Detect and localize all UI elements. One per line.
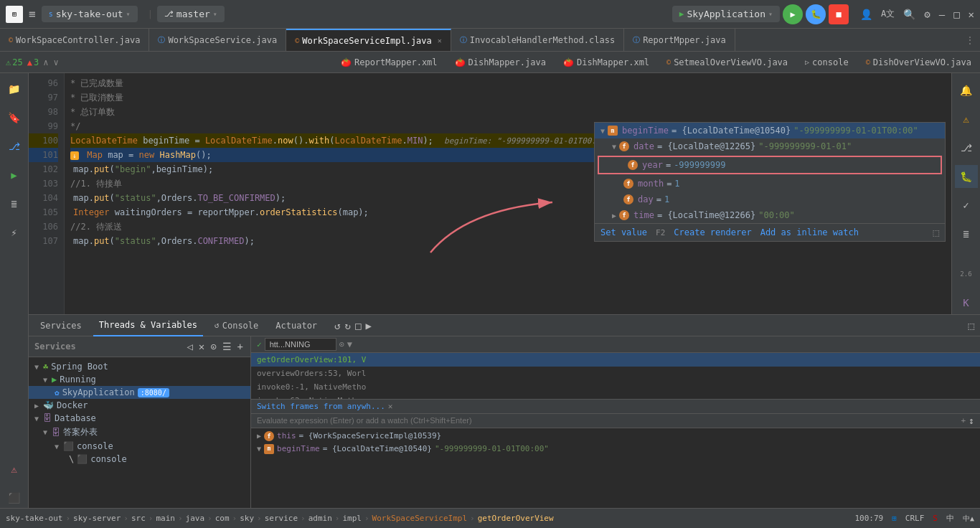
tab2-report-mapper[interactable]: 🍅 ReportMapper.xml [332, 52, 446, 73]
tab2-dish-over[interactable]: © DishOverViewVO.java [857, 52, 980, 73]
structure-icon[interactable]: ≣ [4, 194, 24, 214]
debug-button[interactable]: 🐛 [806, 4, 826, 24]
services-tree-console-db[interactable]: ▼ ⬛ console [29, 440, 250, 453]
debug-sidebar-icon[interactable]: 🐛 [955, 165, 978, 188]
run-debug-icon[interactable]: ▶ [4, 165, 24, 185]
breadcrumb-item-method[interactable]: getOrderOverView [478, 514, 554, 523]
debug-year-item[interactable]: f year = -999999999 [598, 156, 942, 174]
project-icon[interactable]: 📁 [4, 79, 24, 99]
services-tree-docker[interactable]: ▶ 🐳 Docker [29, 399, 250, 412]
debug-month-item[interactable]: f month = 1 [595, 176, 945, 192]
tab-invocable-handler[interactable]: ⓘ InvocableHandlerMethod.class [451, 29, 624, 52]
breadcrumb-item-class[interactable]: WorkSpaceServiceImpl [372, 514, 467, 523]
hamburger-menu[interactable]: ≡ [29, 7, 36, 21]
maximize-panel-icon[interactable]: ⬚ [969, 320, 974, 331]
tab-workspace-controller[interactable]: © WorkSpaceController.java [0, 29, 149, 52]
tab-workspace-service-impl[interactable]: © WorkSpaceServiceImpl.java ✕ [286, 29, 451, 52]
debug-time-item[interactable]: ▶ f time = {LocalTime@12266} "00:00" [595, 207, 945, 223]
input-lang[interactable]: 中 [946, 513, 954, 524]
services-tree-console-2[interactable]: \ ⬛ console [29, 453, 250, 466]
terminal-icon[interactable]: ⬛ [4, 488, 24, 508]
frames-sort-icon[interactable]: ▼ [347, 339, 352, 349]
actuator-tab[interactable]: Actuator [270, 315, 323, 336]
error-icon[interactable]: ⚠ [4, 459, 24, 479]
kotlin-icon[interactable]: K [955, 291, 978, 314]
add-inline-watch-button[interactable]: Add as inline watch [760, 227, 859, 237]
var-begintime[interactable]: ▼ m beginTime = {LocalDateTime@10540} "-… [251, 443, 980, 456]
code-editor[interactable]: 96 97 98 99 100 101 102 103 104 105 106 … [29, 73, 951, 314]
tabs-overflow-menu[interactable]: ⋮ [960, 35, 980, 45]
run-button[interactable]: ▶ [783, 4, 803, 24]
breadcrumb-item-server[interactable]: sky-server [73, 514, 121, 523]
translate-icon[interactable]: A文 [881, 8, 895, 20]
breadcrumb-item-admin[interactable]: admin [308, 514, 332, 523]
services-close-icon[interactable]: ✕ [197, 339, 206, 354]
resume-icon[interactable]: ▶ [365, 320, 371, 331]
search-icon[interactable]: 🔍 [903, 9, 915, 20]
problems-icon[interactable]: ⚠ [955, 108, 978, 131]
structure-right-icon[interactable]: ≣ [955, 222, 978, 245]
stop-button[interactable]: ■ [829, 4, 849, 24]
breadcrumb-item-service[interactable]: service [265, 514, 298, 523]
tab2-dish-mapper-java[interactable]: 🍅 DishMapper.java [446, 52, 555, 73]
eval-expression-input[interactable] [257, 416, 956, 425]
git-icon[interactable]: ⎇ [4, 136, 24, 156]
breadcrumb-item-java[interactable]: java [186, 514, 205, 523]
services-tree-skyapp[interactable]: ✿ SkyApplication :8080/ [29, 386, 250, 399]
tab2-setmeal[interactable]: © SetmealOverViewVO.java [658, 52, 796, 73]
line-endings[interactable]: CRLF [905, 514, 925, 523]
threads-variables-tab[interactable]: Threads & Variables [93, 315, 203, 336]
debug-day-item[interactable]: f day = 1 [595, 192, 945, 207]
set-value-button[interactable]: Set value [600, 227, 647, 237]
expand-debug-icon[interactable]: ⬚ [933, 227, 939, 238]
account-icon[interactable]: 👤 [860, 9, 872, 20]
breadcrumb-item-impl[interactable]: impl [342, 514, 362, 523]
todo-icon[interactable]: ✓ [955, 194, 978, 217]
forward-icon[interactable]: ↻ [345, 320, 351, 331]
services-tab[interactable]: Services [34, 315, 88, 336]
breadcrumb-item-project[interactable]: sky-take-out [6, 514, 62, 523]
frame-item-3[interactable]: invoke0:-1, NativeMetho [251, 380, 980, 394]
maximize-button[interactable]: □ [953, 9, 959, 20]
console-tab[interactable]: ↺ Console [209, 315, 264, 336]
notifications-icon[interactable]: 🔔 [955, 79, 978, 102]
tab2-console[interactable]: ▷ console [796, 52, 857, 73]
bookmark-icon[interactable]: 🔖 [4, 108, 24, 128]
close-button[interactable]: ✕ [969, 9, 974, 20]
breadcrumb-item-main[interactable]: main [156, 514, 175, 523]
branch-selector[interactable]: ⎇ master ▾ [157, 6, 225, 22]
filter-icon[interactable]: ⊙ [339, 339, 344, 349]
debug-root-item[interactable]: ▼ m beginTime = {LocalDateTime@10540} "-… [595, 123, 945, 138]
var-this[interactable]: ▶ f this = {WorkSpaceServiceImpl@10539} [251, 430, 980, 443]
services-collapse-icon[interactable]: ◁ [185, 339, 194, 354]
services-add-icon[interactable]: + [236, 339, 245, 354]
project-selector[interactable]: s sky-take-out ▾ [42, 6, 138, 22]
vars-expand-icon[interactable]: ↕ [969, 415, 974, 426]
restore-icon[interactable]: ↺ [334, 320, 340, 331]
switch-frames-close[interactable]: ✕ [388, 402, 393, 411]
frames-icon[interactable]: □ [355, 320, 361, 331]
services-tree-spring[interactable]: ▼ ☘ Spring Boot [29, 360, 250, 373]
switch-frames-link[interactable]: Switch frames from anywh... [257, 402, 385, 411]
breadcrumb-item-com[interactable]: com [215, 514, 230, 523]
breadcrumb-item-src[interactable]: src [131, 514, 146, 523]
run-config-selector[interactable]: ▶ SkyApplication ▾ [672, 6, 780, 22]
services-filter-icon[interactable]: ⊙ [209, 339, 217, 354]
minimize-button[interactable]: — [939, 9, 945, 20]
eval-add-icon[interactable]: + [961, 416, 966, 425]
plugins-icon[interactable]: ⚡ [4, 222, 24, 242]
services-group-icon[interactable]: ☰ [221, 339, 233, 354]
services-tree-answerdb[interactable]: ▼ 🗄 答案外表 [29, 425, 250, 440]
create-renderer-button[interactable]: Create renderer [674, 227, 751, 237]
tab-workspace-service[interactable]: ⓘ WorkSpaceService.java [149, 29, 286, 52]
services-tree-database[interactable]: ▼ 🗄 Database [29, 412, 250, 425]
debug-date-item[interactable]: ▼ f date = {LocalDate@12265} "-999999999… [595, 138, 945, 154]
frames-filter-input[interactable] [265, 338, 336, 351]
settings-icon[interactable]: ⚙ [924, 9, 930, 20]
tab-close-icon[interactable]: ✕ [438, 37, 442, 44]
tab-report-mpper[interactable]: ⓘ ReportMpper.java [624, 29, 735, 52]
frame-item-2[interactable]: overviewOrders:53, Worl [251, 367, 980, 380]
services-tree-running[interactable]: ▼ ▶ Running [29, 373, 250, 386]
frame-item-1[interactable]: getOrderOverView:101, V [251, 353, 980, 367]
tab2-dish-mapper-xml[interactable]: 🍅 DishMapper.xml [555, 52, 658, 73]
